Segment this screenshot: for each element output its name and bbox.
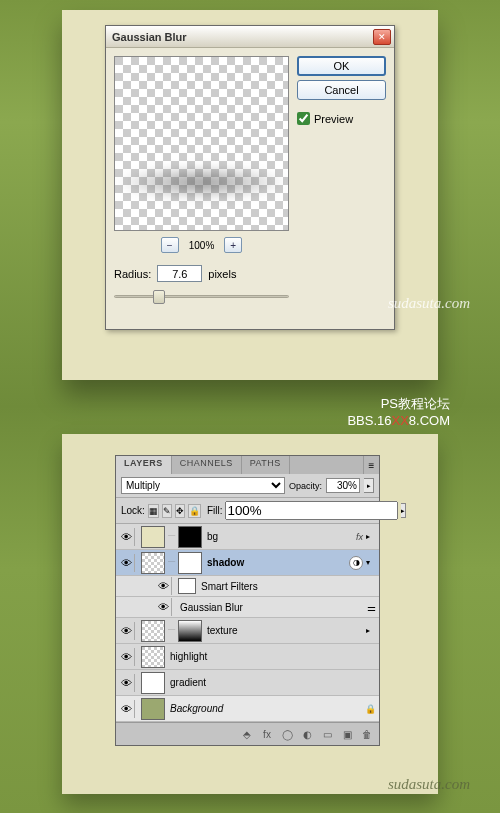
preview-checkbox-label: Preview: [314, 113, 353, 125]
link-layers-icon[interactable]: ⬘: [238, 726, 256, 742]
zoom-out-button[interactable]: −: [161, 237, 179, 253]
forum-watermark: PS教程论坛 BBS.16XX8.COM: [347, 395, 450, 428]
smart-filters-row[interactable]: 👁 Smart Filters: [116, 576, 379, 597]
expand-icon[interactable]: ▸: [366, 626, 376, 635]
expand-icon[interactable]: ▸: [366, 532, 376, 541]
layer-texture[interactable]: 👁 𝄖 texture ▸: [116, 618, 379, 644]
panel-tabs: LAYERS CHANNELS PATHS ≡: [116, 456, 379, 474]
panel-menu-icon[interactable]: ≡: [363, 456, 379, 474]
fx-badge[interactable]: fx: [356, 532, 363, 542]
visibility-icon[interactable]: 👁: [119, 648, 135, 666]
dialog-title: Gaussian Blur: [112, 31, 373, 43]
link-icon: 𝄖: [168, 557, 175, 568]
visibility-icon[interactable]: 👁: [119, 674, 135, 692]
layer-highlight[interactable]: 👁 highlight: [116, 644, 379, 670]
blend-mode-select[interactable]: Multiply: [121, 477, 285, 494]
visibility-icon[interactable]: 👁: [119, 622, 135, 640]
link-icon: 𝄖: [168, 625, 175, 636]
smart-filters-label: Smart Filters: [199, 581, 376, 592]
visibility-icon[interactable]: 👁: [119, 700, 135, 718]
filter-mask-thumb[interactable]: [178, 578, 196, 594]
mask-thumb[interactable]: [178, 552, 202, 574]
forum-line1: PS教程论坛: [347, 395, 450, 413]
visibility-icon[interactable]: 👁: [156, 577, 172, 595]
group-icon[interactable]: ▭: [318, 726, 336, 742]
panel-footer: ⬘ fx ◯ ◐ ▭ ▣ 🗑: [116, 722, 379, 745]
slider-track: [114, 295, 289, 298]
fill-label: Fill:: [207, 505, 223, 516]
layer-name[interactable]: texture: [205, 625, 363, 636]
radius-label: Radius:: [114, 268, 151, 280]
layer-thumb[interactable]: [141, 646, 165, 668]
layer-bg[interactable]: 👁 𝄖 bg fx ▸: [116, 524, 379, 550]
layer-thumb[interactable]: [141, 698, 165, 720]
zoom-value: 100%: [189, 240, 215, 251]
visibility-icon[interactable]: 👁: [119, 554, 135, 572]
mask-thumb[interactable]: [178, 620, 202, 642]
layer-name[interactable]: gradient: [168, 677, 376, 688]
zoom-in-button[interactable]: +: [224, 237, 242, 253]
expand-icon[interactable]: ▾: [366, 558, 376, 567]
radius-slider[interactable]: [114, 288, 289, 306]
slider-thumb[interactable]: [153, 290, 165, 304]
new-layer-icon[interactable]: ▣: [338, 726, 356, 742]
layers-panel: LAYERS CHANNELS PATHS ≡ Multiply Opacity…: [115, 455, 380, 746]
watermark-top: sudasuta.com: [388, 295, 470, 312]
preview-checkbox-row[interactable]: Preview: [297, 112, 386, 125]
opacity-popup[interactable]: ▸: [364, 478, 374, 493]
tab-layers[interactable]: LAYERS: [116, 456, 172, 474]
lock-transparency-icon[interactable]: ▦: [148, 504, 159, 518]
layer-shadow[interactable]: 👁 𝄖 shadow ◑ ▾: [116, 550, 379, 576]
layer-name[interactable]: highlight: [168, 651, 376, 662]
radius-unit: pixels: [208, 268, 236, 280]
layer-thumb[interactable]: [141, 620, 165, 642]
opacity-input[interactable]: [326, 478, 360, 493]
preview-area[interactable]: [114, 56, 289, 231]
opacity-label: Opacity:: [289, 481, 322, 491]
layer-background[interactable]: 👁 Background 🔒: [116, 696, 379, 722]
layer-gradient[interactable]: 👁 gradient: [116, 670, 379, 696]
preview-content: [115, 165, 288, 200]
trash-icon[interactable]: 🗑: [358, 726, 376, 742]
visibility-icon[interactable]: 👁: [119, 528, 135, 546]
fill-input[interactable]: [225, 501, 398, 520]
filter-options-icon[interactable]: ⚌: [367, 602, 376, 613]
mask-thumb[interactable]: [178, 526, 202, 548]
preview-checkbox[interactable]: [297, 112, 310, 125]
link-icon: 𝄖: [168, 531, 175, 542]
cancel-button[interactable]: Cancel: [297, 80, 386, 100]
layer-name[interactable]: bg: [205, 531, 353, 542]
adjustment-icon[interactable]: ◐: [298, 726, 316, 742]
layer-name[interactable]: Background: [168, 703, 362, 714]
lock-label: Lock:: [121, 505, 145, 516]
close-icon[interactable]: ✕: [373, 29, 391, 45]
layer-thumb[interactable]: [141, 672, 165, 694]
smart-object-icon[interactable]: ◑: [349, 556, 363, 570]
layer-list: 👁 𝄖 bg fx ▸ 👁 𝄖 shadow ◑ ▾ 👁 Smart Filte…: [116, 524, 379, 722]
radius-input[interactable]: [157, 265, 202, 282]
lock-all-icon[interactable]: 🔒: [188, 504, 201, 518]
lock-position-icon[interactable]: ✥: [175, 504, 185, 518]
fill-popup[interactable]: ▸: [401, 503, 406, 518]
visibility-icon[interactable]: 👁: [156, 598, 172, 616]
tab-channels[interactable]: CHANNELS: [172, 456, 242, 474]
layer-thumb[interactable]: [141, 526, 165, 548]
tab-paths[interactable]: PATHS: [242, 456, 290, 474]
lock-paint-icon[interactable]: ✎: [162, 504, 172, 518]
ok-button[interactable]: OK: [297, 56, 386, 76]
layer-thumb[interactable]: [141, 552, 165, 574]
lock-icon: 🔒: [365, 704, 376, 714]
mask-icon[interactable]: ◯: [278, 726, 296, 742]
filter-name[interactable]: Gaussian Blur: [178, 602, 364, 613]
gaussian-blur-dialog: Gaussian Blur ✕ − 100% + Radius: pixels: [105, 25, 395, 330]
fx-icon[interactable]: fx: [258, 726, 276, 742]
dialog-titlebar[interactable]: Gaussian Blur ✕: [106, 26, 394, 48]
smart-filter-gaussian[interactable]: 👁 Gaussian Blur ⚌: [116, 597, 379, 618]
watermark-bottom: sudasuta.com: [388, 776, 470, 793]
layer-name[interactable]: shadow: [205, 557, 346, 568]
